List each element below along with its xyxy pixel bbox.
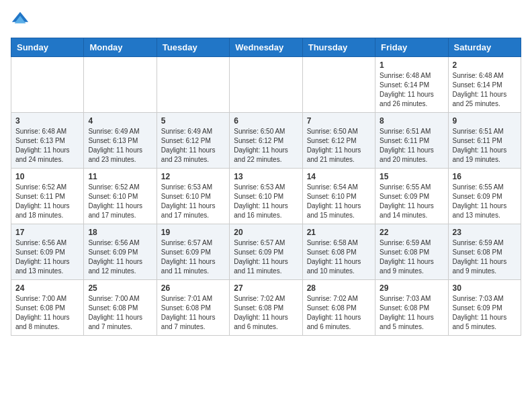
day-number: 26: [161, 283, 225, 293]
day-info: Sunrise: 7:02 AM Sunset: 6:08 PM Dayligh…: [307, 294, 371, 332]
calendar-cell: 29Sunrise: 7:03 AM Sunset: 6:08 PM Dayli…: [375, 280, 448, 336]
day-number: 11: [88, 172, 152, 181]
day-info: Sunrise: 6:51 AM Sunset: 6:11 PM Dayligh…: [453, 127, 517, 165]
day-header-friday: Friday: [375, 38, 448, 57]
day-info: Sunrise: 7:03 AM Sunset: 6:08 PM Dayligh…: [380, 294, 443, 332]
calendar-cell: 22Sunrise: 6:59 AM Sunset: 6:08 PM Dayli…: [375, 224, 448, 280]
calendar-cell: 23Sunrise: 6:59 AM Sunset: 6:08 PM Dayli…: [448, 224, 521, 280]
day-info: Sunrise: 6:52 AM Sunset: 6:10 PM Dayligh…: [88, 183, 152, 220]
day-info: Sunrise: 6:59 AM Sunset: 6:08 PM Dayligh…: [380, 238, 443, 276]
day-info: Sunrise: 6:54 AM Sunset: 6:10 PM Dayligh…: [307, 183, 371, 220]
day-info: Sunrise: 6:57 AM Sunset: 6:09 PM Dayligh…: [161, 238, 225, 276]
calendar-cell: 13Sunrise: 6:53 AM Sunset: 6:10 PM Dayli…: [230, 169, 302, 224]
calendar-cell: 27Sunrise: 7:02 AM Sunset: 6:08 PM Dayli…: [230, 280, 302, 336]
day-info: Sunrise: 7:00 AM Sunset: 6:08 PM Dayligh…: [88, 294, 152, 332]
calendar-cell: 4Sunrise: 6:49 AM Sunset: 6:13 PM Daylig…: [84, 113, 157, 169]
day-number: 20: [234, 228, 298, 237]
day-header-saturday: Saturday: [448, 38, 521, 57]
day-number: 29: [380, 283, 443, 293]
logo: [11, 11, 32, 30]
calendar-cell: [157, 57, 229, 113]
calendar-cell: [302, 57, 375, 113]
day-number: 30: [453, 283, 517, 293]
calendar-cell: 19Sunrise: 6:57 AM Sunset: 6:09 PM Dayli…: [157, 224, 229, 280]
day-number: 18: [88, 228, 152, 237]
calendar-cell: 5Sunrise: 6:49 AM Sunset: 6:12 PM Daylig…: [157, 113, 229, 169]
day-info: Sunrise: 6:48 AM Sunset: 6:13 PM Dayligh…: [15, 127, 79, 165]
calendar-cell: 2Sunrise: 6:48 AM Sunset: 6:14 PM Daylig…: [448, 57, 521, 113]
calendar-cell: 17Sunrise: 6:56 AM Sunset: 6:09 PM Dayli…: [11, 224, 84, 280]
day-number: 6: [234, 116, 298, 126]
calendar-cell: 30Sunrise: 7:03 AM Sunset: 6:09 PM Dayli…: [448, 280, 521, 336]
calendar-week-4: 17Sunrise: 6:56 AM Sunset: 6:09 PM Dayli…: [11, 224, 521, 280]
day-number: 8: [380, 116, 443, 126]
day-info: Sunrise: 6:48 AM Sunset: 6:14 PM Dayligh…: [380, 71, 443, 109]
day-number: 21: [307, 228, 371, 237]
day-info: Sunrise: 6:49 AM Sunset: 6:12 PM Dayligh…: [161, 127, 225, 165]
day-header-sunday: Sunday: [11, 38, 84, 57]
calendar-cell: [84, 57, 157, 113]
day-header-monday: Monday: [84, 38, 157, 57]
calendar-cell: 11Sunrise: 6:52 AM Sunset: 6:10 PM Dayli…: [84, 169, 157, 224]
day-info: Sunrise: 6:50 AM Sunset: 6:12 PM Dayligh…: [234, 127, 298, 165]
day-number: 24: [15, 283, 79, 293]
calendar-cell: 7Sunrise: 6:50 AM Sunset: 6:12 PM Daylig…: [302, 113, 375, 169]
day-info: Sunrise: 6:53 AM Sunset: 6:10 PM Dayligh…: [161, 183, 225, 220]
calendar-cell: 21Sunrise: 6:58 AM Sunset: 6:08 PM Dayli…: [302, 224, 375, 280]
day-info: Sunrise: 7:02 AM Sunset: 6:08 PM Dayligh…: [234, 294, 298, 332]
day-header-tuesday: Tuesday: [157, 38, 229, 57]
day-info: Sunrise: 6:57 AM Sunset: 6:09 PM Dayligh…: [234, 238, 298, 276]
calendar-cell: 3Sunrise: 6:48 AM Sunset: 6:13 PM Daylig…: [11, 113, 84, 169]
day-number: 5: [161, 116, 225, 126]
calendar-cell: 26Sunrise: 7:01 AM Sunset: 6:08 PM Dayli…: [157, 280, 229, 336]
calendar-cell: 24Sunrise: 7:00 AM Sunset: 6:08 PM Dayli…: [11, 280, 84, 336]
day-header-thursday: Thursday: [302, 38, 375, 57]
day-info: Sunrise: 6:52 AM Sunset: 6:11 PM Dayligh…: [15, 183, 79, 220]
calendar-cell: 18Sunrise: 6:56 AM Sunset: 6:09 PM Dayli…: [84, 224, 157, 280]
day-number: 7: [307, 116, 371, 126]
day-number: 10: [15, 172, 79, 181]
day-info: Sunrise: 6:58 AM Sunset: 6:08 PM Dayligh…: [307, 238, 371, 276]
day-info: Sunrise: 6:55 AM Sunset: 6:09 PM Dayligh…: [380, 183, 443, 220]
day-header-wednesday: Wednesday: [230, 38, 302, 57]
day-number: 4: [88, 116, 152, 126]
day-number: 12: [161, 172, 225, 181]
day-number: 19: [161, 228, 225, 237]
calendar-cell: 16Sunrise: 6:55 AM Sunset: 6:09 PM Dayli…: [448, 169, 521, 224]
day-number: 25: [88, 283, 152, 293]
day-info: Sunrise: 6:56 AM Sunset: 6:09 PM Dayligh…: [88, 238, 152, 276]
day-info: Sunrise: 7:01 AM Sunset: 6:08 PM Dayligh…: [161, 294, 225, 332]
day-number: 2: [453, 60, 517, 70]
day-number: 27: [234, 283, 298, 293]
logo-icon: [11, 11, 30, 30]
day-info: Sunrise: 6:55 AM Sunset: 6:09 PM Dayligh…: [453, 183, 517, 220]
day-info: Sunrise: 7:00 AM Sunset: 6:08 PM Dayligh…: [15, 294, 79, 332]
calendar-header-row: SundayMondayTuesdayWednesdayThursdayFrid…: [11, 38, 521, 57]
day-number: 14: [307, 172, 371, 181]
calendar-cell: [230, 57, 302, 113]
day-number: 16: [453, 172, 517, 181]
day-number: 15: [380, 172, 443, 181]
calendar-cell: 9Sunrise: 6:51 AM Sunset: 6:11 PM Daylig…: [448, 113, 521, 169]
day-number: 23: [453, 228, 517, 237]
day-number: 9: [453, 116, 517, 126]
day-info: Sunrise: 6:59 AM Sunset: 6:08 PM Dayligh…: [453, 238, 517, 276]
day-info: Sunrise: 7:03 AM Sunset: 6:09 PM Dayligh…: [453, 294, 517, 332]
calendar-cell: 12Sunrise: 6:53 AM Sunset: 6:10 PM Dayli…: [157, 169, 229, 224]
calendar-cell: 10Sunrise: 6:52 AM Sunset: 6:11 PM Dayli…: [11, 169, 84, 224]
calendar-table: SundayMondayTuesdayWednesdayThursdayFrid…: [11, 38, 521, 336]
calendar-cell: 8Sunrise: 6:51 AM Sunset: 6:11 PM Daylig…: [375, 113, 448, 169]
day-number: 1: [380, 60, 443, 70]
day-info: Sunrise: 6:50 AM Sunset: 6:12 PM Dayligh…: [307, 127, 371, 165]
calendar-cell: 15Sunrise: 6:55 AM Sunset: 6:09 PM Dayli…: [375, 169, 448, 224]
calendar-cell: 6Sunrise: 6:50 AM Sunset: 6:12 PM Daylig…: [230, 113, 302, 169]
calendar-week-2: 3Sunrise: 6:48 AM Sunset: 6:13 PM Daylig…: [11, 113, 521, 169]
day-number: 17: [15, 228, 79, 237]
calendar-week-1: 1Sunrise: 6:48 AM Sunset: 6:14 PM Daylig…: [11, 57, 521, 113]
calendar-week-5: 24Sunrise: 7:00 AM Sunset: 6:08 PM Dayli…: [11, 280, 521, 336]
day-info: Sunrise: 6:53 AM Sunset: 6:10 PM Dayligh…: [234, 183, 298, 220]
page-header: [11, 11, 521, 30]
day-number: 28: [307, 283, 371, 293]
day-number: 13: [234, 172, 298, 181]
day-number: 3: [15, 116, 79, 126]
